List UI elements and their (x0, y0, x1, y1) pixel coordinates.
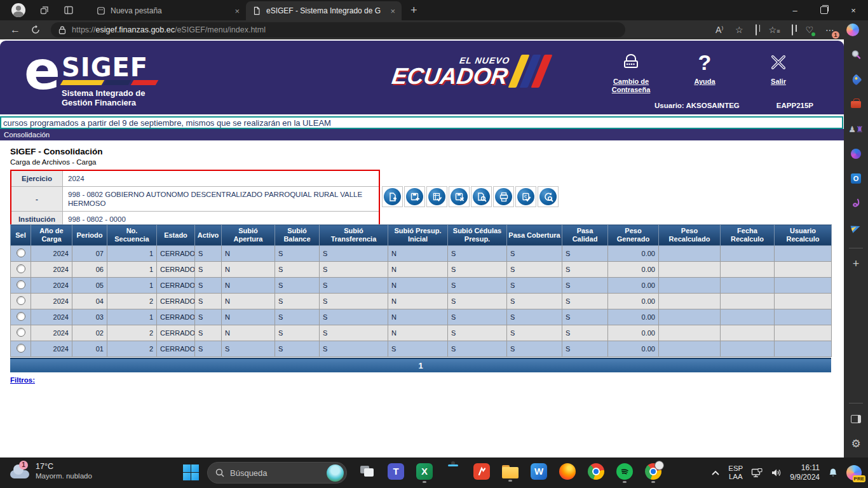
taskbar-apps: T X W (358, 463, 662, 483)
gov-logo-bottom-text: ECUADOR (390, 65, 509, 87)
table-row: 2024071CERRADOSNSSNSSS0.00 (11, 246, 832, 262)
tab-nueva-pestana[interactable]: Nueva pestaña × (90, 1, 246, 20)
language-indicator[interactable]: ESP LAA (728, 464, 743, 481)
favorite-star-icon[interactable]: ☆ (735, 25, 743, 35)
start-button[interactable] (183, 464, 200, 481)
new-tab-button[interactable]: + (410, 4, 417, 17)
refresh-icon[interactable] (31, 25, 41, 35)
system-tray: ESP LAA 16:11 9/9/2024 PRE (711, 458, 862, 488)
sidebar-games-icon[interactable]: ♟♜ (850, 123, 862, 135)
spotify-icon[interactable] (616, 463, 634, 483)
entidad-value: 998 - 0802 GOBIERNO AUTONOMO DESCENTRALI… (63, 187, 379, 211)
column-header: Subió Balance (275, 225, 320, 246)
table-cell: S (320, 325, 388, 341)
table-cell: S (448, 262, 507, 278)
filters-link[interactable]: Filtros: (10, 376, 35, 384)
sidebar-panel-icon[interactable] (850, 412, 862, 425)
approve-button[interactable]: C (515, 186, 536, 207)
taskbar-search[interactable]: Búsqueda (207, 462, 347, 484)
sidebar-add-icon[interactable]: + (850, 257, 862, 270)
close-button[interactable]: × (839, 0, 868, 20)
profile-avatar-icon[interactable] (11, 3, 25, 17)
help-button[interactable]: ? Ayuda (677, 50, 732, 94)
table-cell: S (195, 262, 222, 278)
sidebar-drop-icon[interactable] (850, 222, 862, 234)
lock-icon[interactable] (58, 26, 66, 34)
page-number[interactable]: 1 (418, 361, 423, 370)
split-screen-icon[interactable] (756, 25, 757, 35)
volume-icon[interactable] (771, 468, 782, 477)
favorites-list-icon[interactable]: ☆≡ (769, 25, 780, 35)
results-grid: SelAño de CargaPeriodoNo. SecuenciaEstad… (10, 224, 831, 385)
notifications-bell-icon[interactable] (828, 468, 838, 478)
row-select-radio[interactable] (17, 280, 25, 289)
delete-button[interactable] (449, 186, 470, 207)
settings-more-icon[interactable]: ⋯1 (825, 25, 834, 35)
chrome-profile-icon[interactable] (644, 463, 662, 483)
sidebar-search-icon[interactable] (850, 48, 862, 61)
weather-widget[interactable]: 1 17°C Mayorm. nublado (9, 462, 92, 480)
table-row: 2024061CERRADOSNSSNSSS0.00 (11, 262, 832, 278)
url-domain: esigef.finanzas.gob.ec (96, 25, 175, 34)
print-button[interactable] (493, 186, 514, 207)
table-cell: 03 (72, 309, 107, 325)
word-icon[interactable]: W (530, 463, 548, 483)
task-view-button[interactable] (358, 463, 376, 480)
row-select-radio[interactable] (17, 248, 25, 257)
copilot-icon[interactable] (846, 24, 859, 36)
network-icon[interactable] (751, 468, 763, 478)
row-select-radio[interactable] (17, 312, 25, 321)
workspaces-icon[interactable] (39, 5, 50, 15)
validate-button[interactable] (426, 186, 447, 207)
browser-essentials-icon[interactable]: ♡ (805, 25, 813, 35)
file-explorer-icon[interactable] (501, 463, 519, 482)
read-aloud-icon[interactable]: A) (715, 25, 723, 35)
table-cell: S (507, 278, 562, 294)
row-select-radio[interactable] (17, 264, 25, 273)
main-menubar: Consolidación (0, 129, 844, 140)
clock-widget[interactable]: 16:11 9/9/2024 (790, 463, 820, 482)
sidebar-designer-icon[interactable] (850, 197, 862, 210)
sidebar-shopping-icon[interactable] (850, 73, 862, 86)
logout-button[interactable]: Salir (751, 50, 806, 94)
chrome-icon[interactable] (587, 463, 605, 483)
copilot-tray-icon[interactable]: PRE (846, 465, 862, 480)
tab-close-icon[interactable]: × (234, 6, 240, 16)
sidebar-settings-gear-icon[interactable]: ⚙ (850, 437, 862, 450)
collections-icon[interactable] (792, 25, 793, 35)
excel-icon[interactable]: X (416, 463, 433, 483)
change-password-button[interactable]: Cambio de Contraseña (604, 50, 658, 94)
recalculate-button[interactable] (538, 186, 559, 207)
pdf-reader-icon[interactable] (473, 463, 491, 483)
new-record-button[interactable] (382, 186, 403, 207)
tab-close-icon[interactable]: × (390, 6, 395, 16)
table-cell: S (507, 341, 562, 357)
row-select-radio[interactable] (17, 296, 25, 305)
edge-icon[interactable] (444, 463, 462, 466)
firefox-icon[interactable] (559, 463, 576, 483)
row-select-radio[interactable] (17, 344, 25, 353)
table-cell: 05 (72, 278, 107, 294)
address-bar[interactable]: https://esigef.finanzas.gob.ec/eSIGEF/me… (51, 22, 625, 37)
url-scheme: https:// (72, 25, 96, 34)
save-add-button[interactable] (404, 186, 425, 207)
row-select-radio[interactable] (17, 328, 25, 337)
teams-icon[interactable]: T (387, 463, 405, 483)
table-cell (775, 294, 832, 309)
table-cell: 0.00 (608, 262, 659, 278)
table-cell (659, 309, 721, 325)
maximize-button[interactable] (810, 0, 839, 20)
sidebar-outlook-icon[interactable]: O (850, 172, 862, 185)
sidebar-tools-icon[interactable] (850, 98, 862, 111)
column-header: No. Secuencia (107, 225, 157, 246)
vertical-tabs-icon[interactable] (64, 5, 74, 15)
tray-chevron-icon[interactable] (711, 470, 720, 476)
column-header: Peso Recalculado (659, 225, 721, 246)
minimize-button[interactable]: – (780, 0, 810, 20)
sidebar-m365-icon[interactable] (850, 147, 862, 160)
tab-esigef[interactable]: eSIGEF - Sistema Integrado de G × (246, 1, 402, 20)
menu-item-consolidacion[interactable]: Consolidación (4, 131, 50, 139)
back-icon[interactable]: ← (10, 24, 20, 36)
view-detail-button[interactable] (471, 186, 492, 207)
table-cell (721, 309, 775, 325)
